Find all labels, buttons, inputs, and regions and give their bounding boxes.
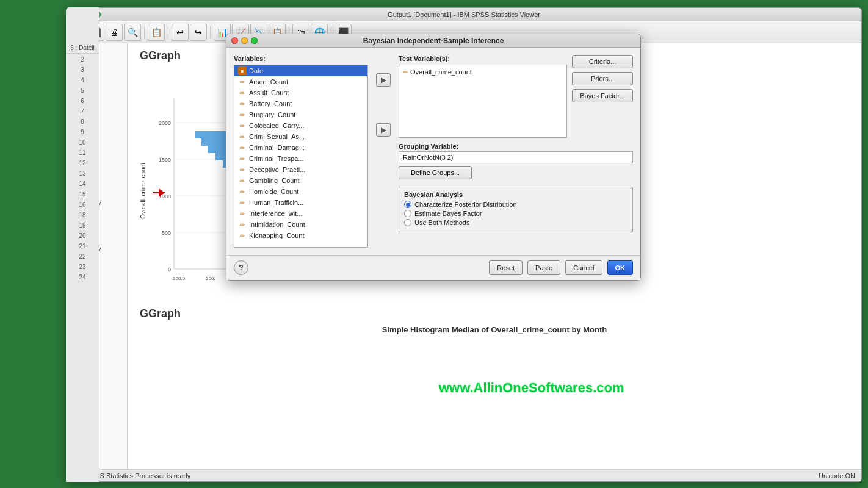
dialog-close-btn[interactable]	[231, 37, 238, 44]
test-var-overall: ✏ Overall_crime_count	[402, 68, 564, 76]
var-item-gambling[interactable]: ✏ Gambling_Count	[234, 175, 367, 186]
var-icon-battery: ✏	[238, 99, 247, 108]
radio-characterize[interactable]: Characterize Posterior Distribution	[404, 201, 627, 208]
var-item-kidnapping[interactable]: ✏ Kidnapping_Count	[234, 230, 367, 241]
status-bar: IBM SPSS Statistics Processor is ready U…	[67, 469, 861, 481]
var-item-crimdamage[interactable]: ✏ Criminal_Damag...	[234, 142, 367, 153]
row-num-13: 13	[79, 169, 85, 178]
sep1	[144, 26, 145, 38]
row-num-9: 9	[81, 127, 84, 137]
row-num-8: 8	[81, 117, 84, 126]
panel-label: 6 : Datell	[66, 43, 99, 54]
test-var-name: Overall_crime_count	[410, 68, 472, 76]
test-vars-section: Test Variable(s): ✏ Overall_crime_count	[399, 55, 567, 138]
var-name-date: Date	[249, 67, 263, 74]
footer-right-buttons: Reset Paste Cancel OK	[489, 260, 633, 275]
svg-text:200.: 200.	[206, 276, 215, 281]
row-numbers-panel: 6 : Datell 2 3 4 5 6 7 8 9 10 11 12 13 1…	[66, 7, 99, 482]
move-to-test-btn[interactable]: ▶	[376, 73, 391, 87]
dialog-min-btn[interactable]	[241, 37, 248, 44]
var-item-crimsexual[interactable]: ✏ Crim_Sexual_As...	[234, 131, 367, 142]
bayesian-analysis-label: Bayesian Analysis	[404, 191, 627, 198]
dialog-title: Bayesian Independent-Sample Inference	[363, 37, 504, 45]
move-to-grouping-btn[interactable]: ▶	[376, 123, 391, 137]
sep2	[168, 26, 168, 38]
var-item-arson[interactable]: ✏ Arson_Count	[234, 76, 367, 87]
var-item-deceptive[interactable]: ✏ Deceptive_Practi...	[234, 164, 367, 175]
unicode-status: Unicode:ON	[819, 472, 855, 479]
row-num-21: 21	[79, 242, 85, 251]
radio-estimate-circle[interactable]	[404, 210, 411, 217]
title-bar: Output1 [Document1] - IBM SPSS Statistic…	[67, 8, 861, 21]
var-item-humantraffic[interactable]: ✏ Human_Trafficin...	[234, 197, 367, 208]
var-item-interference[interactable]: ✏ Interference_wit...	[234, 208, 367, 219]
find-btn[interactable]: 🔍	[124, 24, 141, 41]
watermark: www.AllinOneSoftwares.com	[439, 380, 624, 396]
criteria-btn[interactable]: Criteria...	[572, 55, 633, 68]
bayesian-dialog: Bayesian Independent-Sample Inference Va…	[226, 34, 641, 281]
var-item-burglary[interactable]: ✏ Burglary_Count	[234, 109, 367, 120]
window-title: Output1 [Document1] - IBM SPSS Statistic…	[388, 11, 540, 18]
row-num-16: 16	[79, 200, 85, 209]
define-groups-button[interactable]: Define Groups...	[399, 166, 472, 179]
row-num-19: 19	[79, 221, 85, 230]
cancel-button[interactable]: Cancel	[565, 260, 602, 275]
chart2-title: Simple Histogram Median of Overall_crime…	[140, 325, 849, 334]
dialog-max-btn[interactable]	[251, 37, 258, 44]
variables-list[interactable]: ■ Date ✏ Arson_Count ✏ Assult_Count ✏ Ba…	[234, 65, 368, 248]
ok-button[interactable]: OK	[607, 260, 634, 275]
var-icon-colcealed: ✏	[238, 121, 247, 130]
bayes-factor-btn[interactable]: Bayes Factor...	[572, 89, 633, 102]
row-num-22: 22	[79, 252, 85, 261]
radio-characterize-label: Characterize Posterior Distribution	[414, 201, 517, 208]
var-name-interference: Interference_wit...	[249, 210, 302, 217]
row-num-15: 15	[79, 190, 85, 199]
var-item-crimtrespass[interactable]: ✏ Criminal_Trespa...	[234, 153, 367, 164]
radio-both-circle[interactable]	[404, 219, 411, 226]
sep3	[210, 26, 211, 38]
var-name-assult: Assult_Count	[249, 89, 289, 96]
row-num-23: 23	[79, 262, 85, 271]
grouping-variable-label: Grouping Variable:	[399, 143, 633, 150]
help-button[interactable]: ?	[234, 260, 248, 275]
row-num-18: 18	[79, 210, 85, 220]
var-name-gambling: Gambling_Count	[249, 177, 300, 184]
radio-characterize-circle[interactable]	[404, 201, 411, 208]
grouping-variable-value[interactable]: RainOrNotN(3 2)	[399, 151, 633, 163]
row-num-24: 24	[79, 273, 85, 282]
variables-label: Variables:	[234, 55, 368, 62]
print-btn[interactable]: 🖨	[106, 24, 123, 41]
var-item-colcealed[interactable]: ✏ Colcealed_Carry...	[234, 120, 367, 131]
row-num-12: 12	[79, 159, 85, 168]
var-item-date[interactable]: ■ Date	[234, 65, 367, 76]
reset-button[interactable]: Reset	[489, 260, 523, 275]
var-name-arson: Arson_Count	[249, 78, 288, 85]
var-icon-humantraffic: ✏	[238, 198, 247, 207]
var-icon-interference: ✏	[238, 209, 247, 218]
var-item-assult[interactable]: ✏ Assult_Count	[234, 87, 367, 98]
var-name-crimdamage: Criminal_Damag...	[249, 144, 305, 151]
radio-estimate-label: Estimate Bayes Factor	[414, 210, 482, 217]
paste-button[interactable]: Paste	[527, 260, 560, 275]
radio-estimate[interactable]: Estimate Bayes Factor	[404, 210, 627, 217]
undo-btn[interactable]: ↩	[172, 24, 189, 41]
svg-text:250.0: 250.0	[173, 276, 186, 281]
row-num-11: 11	[79, 148, 85, 157]
var-item-battery[interactable]: ✏ Battery_Count	[234, 98, 367, 109]
dialog-top-right: Test Variable(s): ✏ Overall_crime_count …	[399, 55, 633, 138]
var-name-crimsexual: Crim_Sexual_As...	[249, 133, 305, 140]
var-icon-crimtrespass: ✏	[238, 154, 247, 163]
var-icon-arson: ✏	[238, 77, 247, 86]
var-icon-date: ■	[238, 66, 247, 75]
radio-both[interactable]: Use Both Methods	[404, 219, 627, 226]
var-name-crimtrespass: Criminal_Trespa...	[249, 155, 303, 162]
var-item-intimidation[interactable]: ✏ Intimidation_Count	[234, 219, 367, 230]
outline-btn[interactable]: 📋	[148, 24, 165, 41]
var-item-homicide[interactable]: ✏ Homicide_Count	[234, 186, 367, 197]
priors-btn[interactable]: Priors...	[572, 72, 633, 85]
row-num-6: 6	[81, 96, 84, 106]
test-variables-box[interactable]: ✏ Overall_crime_count	[399, 65, 567, 138]
row-num-2: 2	[81, 55, 84, 64]
var-icon-crimdamage: ✏	[238, 143, 247, 152]
redo-btn[interactable]: ↪	[190, 24, 207, 41]
